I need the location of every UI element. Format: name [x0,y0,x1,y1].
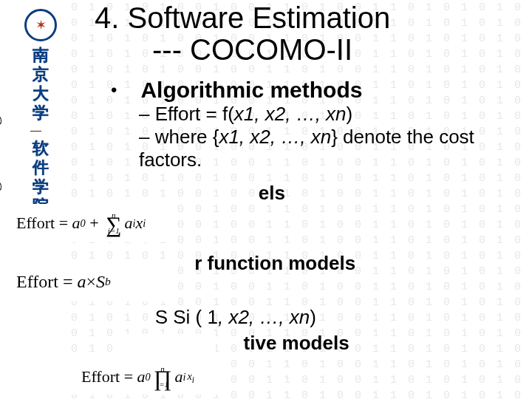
eq4-a0-sub: 0 [146,371,151,383]
cn-char: 软 [33,139,49,158]
eq4-ai: a [174,367,183,386]
power-head-text: r function models [194,252,355,274]
equation-multiplicative: Effort = a0 n ∏ i=1 aixi [71,359,223,395]
cn-char: 京 [33,65,49,84]
title-line1: 4. Software Estimation [95,1,514,35]
eq4-a0: a [137,367,146,386]
sidebar-cn-line1: 南 京 大 学 [21,46,61,123]
equation-power: Effort = a×Sb [6,262,173,301]
effort-prefix: – Effort = f( [139,103,234,125]
eq1-xi: x [136,214,143,233]
eq4-xi-sub: i [192,375,194,383]
where-args: x1, x2, …, xn [219,126,331,148]
product-icon: n ∏ i=1 [152,366,174,388]
cn-char: 件 [33,158,49,177]
title-line2: --- COCOMO-II [152,33,514,66]
sigma-icon: n ∑ i=1 [104,212,123,234]
sidebar-separator-icon: ⸻ [21,126,50,136]
mult-head-text: tive models [244,332,349,354]
eq1-a0-sub: 0 [81,217,86,230]
size-prefix: S Si ( 1 [155,306,218,328]
cn-char: 学 [33,177,49,197]
size-suffix: ) [310,306,316,328]
cn-char: 学 [33,103,49,123]
equation-linear: Effort = a0 + n ∑ i=1 ai xi [6,204,170,242]
methods-heading: Algorithmic methods [140,78,362,103]
eq2-b: b [105,275,111,288]
eq2-lhs: Effort [16,272,58,292]
eq1-lhs: Effort [16,214,55,233]
eq2-a: a [77,272,86,292]
bullet-level1: • Algorithmic methods [111,78,514,103]
bullet-dot-icon: • [111,78,117,103]
size-line-fragment: – S Si ( 1, x2, …, xn) [139,306,514,329]
eq4-lhs: Effort [81,367,120,386]
bullet-where: – where {x1, x2, …, xn} denote the cost … [139,126,514,171]
slide-title: 4. Software Estimation --- COCOMO-II [95,1,514,66]
linear-head-text: els [259,182,285,204]
cn-char: 南 [33,46,49,65]
equation-size-overlay [115,334,216,355]
size-args: , x2, …, xn [218,306,310,328]
eq2-S: S [96,272,105,292]
linear-models-heading-fragment: – Linear models [139,182,514,205]
eq4-ai-sub: i [183,371,185,383]
sidebar-vertical-title: Software Engineering [0,115,3,290]
power-models-heading-fragment: – Powr function models [139,252,514,275]
where-prefix: – where { [139,126,219,148]
eq1-a0: a [72,214,81,233]
left-sidebar: ✶ 南 京 大 学 ⸻ 软 件 学 院 Software Engineering [0,0,71,399]
university-seal-icon: ✶ [24,9,57,41]
cn-char: 大 [33,84,49,103]
eq1-ai: a [125,214,133,233]
bullet-effort-fn: – Effort = f(x1, x2, …, xn) [139,103,514,126]
eq1-xi-sub: i [143,217,146,230]
effort-args: x1, x2, …, xn [234,103,347,125]
effort-suffix: ) [347,103,353,125]
